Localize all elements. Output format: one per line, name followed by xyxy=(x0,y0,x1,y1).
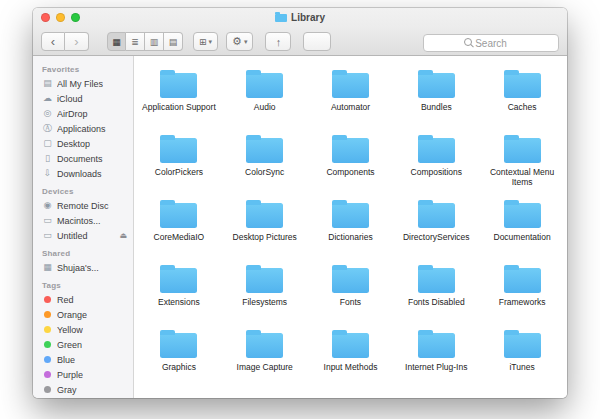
sidebar-item-label: Purple xyxy=(57,370,83,380)
folder-icon xyxy=(418,73,455,98)
zoom-button[interactable] xyxy=(71,13,80,22)
sidebar-item-shujaa-s[interactable]: ▦Shujaa's... xyxy=(33,260,133,275)
folder-label: Frameworks xyxy=(499,297,546,307)
folder-item-contextual-menu-items[interactable]: Contextual Menu Items xyxy=(479,127,565,192)
sidebar-section-title: Favorites xyxy=(33,59,133,76)
sidebar-item-gray[interactable]: Gray xyxy=(33,382,133,397)
gear-icon: ⚙ xyxy=(232,35,242,48)
sidebar-item-red[interactable]: Red xyxy=(33,292,133,307)
folder-item-itunes[interactable]: iTunes xyxy=(479,322,565,387)
icon-view-icon: ▦ xyxy=(112,37,121,47)
sidebar-section: Shared▦Shujaa's... xyxy=(33,243,133,275)
list-view-button[interactable]: ≣ xyxy=(126,32,145,51)
sidebar-item-documents[interactable]: ▯Documents xyxy=(33,151,133,166)
folder-item-caches[interactable]: Caches xyxy=(479,62,565,127)
folder-icon xyxy=(332,138,369,163)
column-view-button[interactable]: ▥ xyxy=(145,32,164,51)
folder-item-filesystems[interactable]: Filesystems xyxy=(222,257,308,322)
folder-label: Fonts xyxy=(340,297,361,307)
sidebar-item-label: Macintos... xyxy=(57,216,101,226)
folder-item-documentation[interactable]: Documentation xyxy=(479,192,565,257)
folder-label: Automator xyxy=(331,102,370,112)
sidebar-item-orange[interactable]: Orange xyxy=(33,307,133,322)
folder-icon xyxy=(160,268,197,293)
folder-icon xyxy=(246,203,283,228)
sidebar-item-untitled[interactable]: ▭Untitled⏏ xyxy=(33,228,133,243)
folder-item-internet-plug-ins[interactable]: Internet Plug-Ins xyxy=(393,322,479,387)
folder-label: Documentation xyxy=(494,232,551,242)
folder-grid: Application SupportAudioAutomatorBundles… xyxy=(136,62,565,387)
back-icon: ‹ xyxy=(51,34,55,49)
minimize-button[interactable] xyxy=(56,13,65,22)
folder-label: Components xyxy=(326,167,374,177)
folder-item-automator[interactable]: Automator xyxy=(308,62,394,127)
folder-icon xyxy=(246,73,283,98)
window-controls xyxy=(41,13,80,22)
folder-item-graphics[interactable]: Graphics xyxy=(136,322,222,387)
folder-item-input-methods[interactable]: Input Methods xyxy=(308,322,394,387)
folder-icon xyxy=(504,138,541,163)
sidebar-item-blue[interactable]: Blue xyxy=(33,352,133,367)
forward-button[interactable]: › xyxy=(65,32,89,51)
share-button[interactable]: ↑ xyxy=(265,32,291,51)
folder-item-fonts[interactable]: Fonts xyxy=(308,257,394,322)
close-button[interactable] xyxy=(41,13,50,22)
sidebar-item-applications[interactable]: ⒶApplications xyxy=(33,121,133,136)
arrange-icon: ⊞ xyxy=(199,37,207,47)
folder-label: Compositions xyxy=(411,167,463,177)
folder-item-desktop-pictures[interactable]: Desktop Pictures xyxy=(222,192,308,257)
folder-item-image-capture[interactable]: Image Capture xyxy=(222,322,308,387)
sidebar-item-label: All My Files xyxy=(57,79,103,89)
folder-label: Contextual Menu Items xyxy=(483,167,561,187)
search-input[interactable] xyxy=(423,34,559,52)
icon-view-button[interactable]: ▦ xyxy=(107,32,126,51)
folder-label: Filesystems xyxy=(242,297,287,307)
folder-item-application-support[interactable]: Application Support xyxy=(136,62,222,127)
sidebar-item-label: AirDrop xyxy=(57,109,88,119)
back-button[interactable]: ‹ xyxy=(41,32,65,51)
forward-icon: › xyxy=(74,34,78,49)
sidebar-item-all-my-files[interactable]: ▤All My Files xyxy=(33,76,133,91)
folder-item-audio[interactable]: Audio xyxy=(222,62,308,127)
sidebar-item-macintos[interactable]: ▭Macintos... xyxy=(33,213,133,228)
title-bar[interactable]: Library xyxy=(33,8,567,28)
sidebar-item-purple[interactable]: Purple xyxy=(33,367,133,382)
folder-item-coremediaio[interactable]: CoreMediaIO xyxy=(136,192,222,257)
folder-item-compositions[interactable]: Compositions xyxy=(393,127,479,192)
folder-item-extensions[interactable]: Extensions xyxy=(136,257,222,322)
action-button[interactable]: ⚙ ▾ xyxy=(226,32,253,51)
folder-icon xyxy=(332,268,369,293)
tags-button[interactable] xyxy=(303,32,331,51)
folder-icon xyxy=(246,138,283,163)
folder-item-colorpickers[interactable]: ColorPickers xyxy=(136,127,222,192)
sidebar-item-downloads[interactable]: ⇩Downloads xyxy=(33,166,133,181)
folder-item-fonts-disabled[interactable]: Fonts Disabled xyxy=(393,257,479,322)
sidebar-item-yellow[interactable]: Yellow xyxy=(33,322,133,337)
folder-item-components[interactable]: Components xyxy=(308,127,394,192)
eject-icon[interactable]: ⏏ xyxy=(119,231,133,240)
folder-item-bundles[interactable]: Bundles xyxy=(393,62,479,127)
sidebar-item-label: Blue xyxy=(57,355,75,365)
sidebar-item-label: Applications xyxy=(57,124,106,134)
desktop-icon: ▢ xyxy=(42,138,53,149)
shared-computer-icon: ▦ xyxy=(42,262,53,273)
folder-label: ColorPickers xyxy=(155,167,203,177)
arrange-button[interactable]: ⊞ ▾ xyxy=(193,32,218,51)
tag-dot-icon xyxy=(44,386,51,393)
sidebar-item-green[interactable]: Green xyxy=(33,337,133,352)
folder-item-frameworks[interactable]: Frameworks xyxy=(479,257,565,322)
folder-label: ColorSync xyxy=(245,167,284,177)
folder-label: Application Support xyxy=(142,102,216,112)
sidebar-item-icloud[interactable]: ☁iCloud xyxy=(33,91,133,106)
folder-label: Audio xyxy=(254,102,276,112)
sidebar-item-label: Downloads xyxy=(57,169,102,179)
folder-item-directoryservices[interactable]: DirectoryServices xyxy=(393,192,479,257)
hard-drive-icon: ▭ xyxy=(42,230,53,241)
sidebar-item-airdrop[interactable]: ◎AirDrop xyxy=(33,106,133,121)
coverflow-view-button[interactable]: ▤ xyxy=(164,32,183,51)
folder-icon xyxy=(504,268,541,293)
folder-item-colorsync[interactable]: ColorSync xyxy=(222,127,308,192)
sidebar-item-remote-disc[interactable]: ◉Remote Disc xyxy=(33,198,133,213)
sidebar-item-desktop[interactable]: ▢Desktop xyxy=(33,136,133,151)
folder-item-dictionaries[interactable]: Dictionaries xyxy=(308,192,394,257)
